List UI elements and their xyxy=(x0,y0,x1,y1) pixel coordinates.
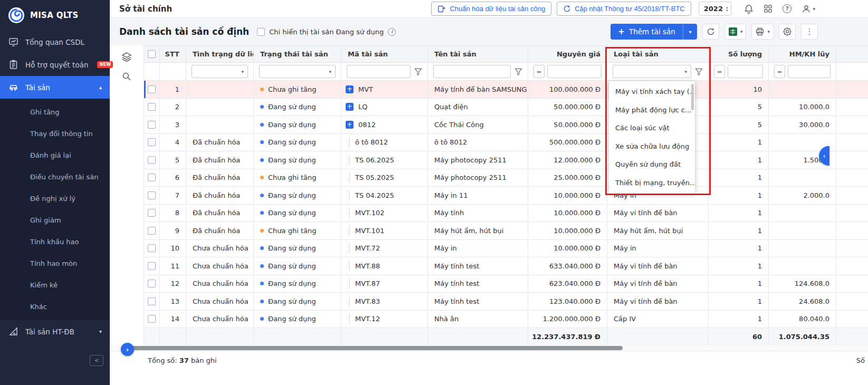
dropdown-option[interactable]: Quyền sử dụng đất xyxy=(609,156,695,174)
help-button[interactable]: ? xyxy=(783,4,791,13)
add-asset-dropdown-caret[interactable]: ▾ xyxy=(683,24,697,40)
sidebar-item-tong-quan[interactable]: Tổng quan CSDL xyxy=(0,31,110,53)
sidebar-item-tai-san-ht-db[interactable]: Tài sản HT-ĐB ▾ xyxy=(0,320,110,343)
col-header-type[interactable]: Loại tài sản xyxy=(607,46,709,63)
row-checkbox[interactable] xyxy=(148,315,156,323)
expand-icon[interactable]: + xyxy=(346,85,354,93)
table-row[interactable]: 13 Chưa chuẩn hóa Đang sử dụng MVT.83 Má… xyxy=(144,293,868,311)
notifications-button[interactable] xyxy=(744,4,753,14)
row-checkbox[interactable] xyxy=(148,209,156,217)
col-header-status[interactable]: Trạng thái tài sản xyxy=(254,46,341,63)
dropdown-option[interactable]: Xe sửa chữa lưu động xyxy=(609,138,695,156)
filter-cost-input[interactable] xyxy=(547,65,602,78)
filter-qty-input[interactable] xyxy=(728,65,763,78)
rail-expand-button[interactable]: › xyxy=(121,343,134,356)
dropdown-option[interactable]: Máy phát động lực c... xyxy=(609,101,695,120)
filter-operator[interactable]: = xyxy=(714,65,725,78)
submenu-item-khac[interactable]: Khác xyxy=(0,296,110,317)
expand-icon[interactable]: + xyxy=(346,103,354,111)
filter-code-input[interactable] xyxy=(347,65,411,78)
row-checkbox[interactable] xyxy=(148,174,156,181)
only-active-checkbox[interactable] xyxy=(257,28,265,36)
dropdown-option[interactable]: Các loại súc vật xyxy=(609,119,695,138)
table-row[interactable]: 11 Chưa chuẩn hóa Đang sử dụng MVT.88 Má… xyxy=(144,257,868,275)
table-row[interactable]: 1 Chưa ghi tăng +MVT Máy tính để bàn SAM… xyxy=(144,81,868,99)
table-row[interactable]: 8 Đã chuẩn hóa Đang sử dụng MVT.102 Máy … xyxy=(144,205,868,223)
search-button[interactable] xyxy=(122,72,131,81)
submenu-item-kiem-ke[interactable]: Kiểm kê xyxy=(0,274,110,296)
row-checkbox[interactable] xyxy=(148,85,156,93)
table-row[interactable]: 3 Đang sử dụng +0812 Cốc Thái Công 50.00… xyxy=(144,116,868,134)
row-checkbox[interactable] xyxy=(148,244,156,252)
select-all-checkbox[interactable] xyxy=(148,50,156,58)
sidebar-collapse-button[interactable]: < xyxy=(90,355,103,366)
submenu-item-tinh-hao-mon[interactable]: Tính hao mòn xyxy=(0,253,110,274)
funnel-icon[interactable] xyxy=(695,68,703,75)
row-checkbox[interactable] xyxy=(148,103,156,111)
row-checkbox[interactable] xyxy=(148,191,156,199)
print-button[interactable]: ▾ xyxy=(751,24,774,40)
horizontal-scrollbar-thumb[interactable] xyxy=(121,346,623,350)
dropdown-option[interactable]: Thiết bị mạng, truyền... xyxy=(609,174,695,192)
col-header-qty[interactable]: Số lượng xyxy=(709,46,769,63)
submenu-item-danh-gia-lai[interactable]: Đánh giá lại xyxy=(0,145,110,166)
year-spinner[interactable]: ▴ ▾ xyxy=(726,6,728,12)
filter-data-status-combo[interactable]: ▾ xyxy=(192,65,248,78)
submenu-item-tinh-khau-hao[interactable]: Tính khấu hao xyxy=(0,231,110,253)
expand-icon[interactable]: + xyxy=(346,121,354,129)
sidebar-item-tai-san[interactable]: Tài sản ▴ xyxy=(0,76,110,99)
submenu-item-de-nghi-xu-ly[interactable]: Đề nghị xử lý xyxy=(0,188,110,209)
spinner-down-icon[interactable]: ▾ xyxy=(726,9,728,12)
table-row[interactable]: 2 Đang sử dụng +LQ Quạt điện 50.000.000 … xyxy=(144,99,868,117)
row-checkbox[interactable] xyxy=(148,227,156,235)
submenu-item-ghi-tang[interactable]: Ghi tăng xyxy=(0,101,110,123)
funnel-icon[interactable] xyxy=(414,68,422,75)
more-options-button[interactable]: ⋮ xyxy=(801,24,818,40)
table-row[interactable]: 5 Đã chuẩn hóa Đang sử dụng TS 06.2025 M… xyxy=(144,151,868,169)
year-selector[interactable]: 2022 ▴ ▾ xyxy=(699,2,732,16)
filter-operator[interactable]: = xyxy=(774,65,785,78)
filter-status-combo[interactable]: ▾ xyxy=(259,65,336,78)
row-checkbox[interactable] xyxy=(148,280,156,287)
table-row[interactable]: 7 Đã chuẩn hóa Đang sử dụng TS 04.2025 M… xyxy=(144,187,868,205)
row-checkbox[interactable] xyxy=(148,297,156,305)
settings-button[interactable] xyxy=(779,24,796,40)
filter-dep-input[interactable] xyxy=(788,65,831,78)
col-header-cost[interactable]: Nguyên giá xyxy=(528,46,607,63)
horizontal-scrollbar[interactable] xyxy=(110,345,868,351)
filter-type-combo[interactable]: ▾ xyxy=(613,65,691,78)
dropdown-scrollbar-thumb[interactable] xyxy=(691,84,694,110)
col-header-data-status[interactable]: Tình trạng dữ liệu xyxy=(186,46,254,63)
submenu-item-dieu-chuyen-tai-san[interactable]: Điều chuyển tài sản xyxy=(0,166,110,188)
table-row[interactable]: 10 Chưa chuẩn hóa Đang sử dụng MVT.72 Má… xyxy=(144,240,868,258)
filter-name-input[interactable] xyxy=(433,65,511,78)
row-checkbox[interactable] xyxy=(148,156,156,164)
export-excel-button[interactable]: ▾ xyxy=(724,24,747,40)
table-row[interactable]: 14 Chưa chuẩn hóa Đang sử dụng MVT.12 Nh… xyxy=(144,311,868,329)
row-checkbox[interactable] xyxy=(148,262,156,270)
row-checkbox[interactable] xyxy=(148,121,156,129)
filter-operator[interactable]: = xyxy=(533,65,545,78)
standardize-data-button[interactable]: Chuẩn hóa dữ liệu tài sản công xyxy=(431,2,551,16)
submenu-item-thay-doi-thong-tin[interactable]: Thay đổi thông tin xyxy=(0,123,110,145)
submenu-item-ghi-giam[interactable]: Ghi giảm xyxy=(0,209,110,231)
only-active-filter[interactable]: Chỉ hiển thị tài sản Đang sử dụng i xyxy=(257,28,396,36)
dropdown-option[interactable]: Máy vi tính xách tay (... xyxy=(609,83,695,101)
layers-button[interactable] xyxy=(121,52,132,62)
refresh-button[interactable] xyxy=(702,24,719,40)
add-asset-split-button[interactable]: + Thêm tài sản ▾ xyxy=(611,24,697,40)
row-checkbox[interactable] xyxy=(148,138,156,146)
table-row[interactable]: 12 Chưa chuẩn hóa Đang sử dụng MVT.87 Má… xyxy=(144,275,868,293)
col-header-code[interactable]: Mã tài sản xyxy=(341,46,428,63)
update-circular-button[interactable]: Cập nhật Thông tư 45/2018/TT-BTC xyxy=(557,2,691,16)
account-button[interactable]: ▾ xyxy=(802,4,815,14)
table-row[interactable]: 9 Đã chuẩn hóa Chưa ghi tăng MVT.101 Máy… xyxy=(144,222,868,240)
table-row[interactable]: 4 Đã chuẩn hóa Đang sử dụng ô tô 8012 ô … xyxy=(144,134,868,152)
col-header-dep[interactable]: HM/KH lũy xyxy=(769,46,836,63)
col-header-name[interactable]: Tên tài sản xyxy=(428,46,528,63)
apps-button[interactable] xyxy=(764,4,772,13)
col-header-stt[interactable]: STT xyxy=(160,46,186,63)
funnel-icon[interactable] xyxy=(514,68,522,75)
sidebar-item-ho-tro-quyet-toan[interactable]: Hỗ trợ quyết toán NEW xyxy=(0,53,110,76)
table-row[interactable]: 6 Đã chuẩn hóa Chưa ghi tăng TS 05.2025 … xyxy=(144,169,868,187)
